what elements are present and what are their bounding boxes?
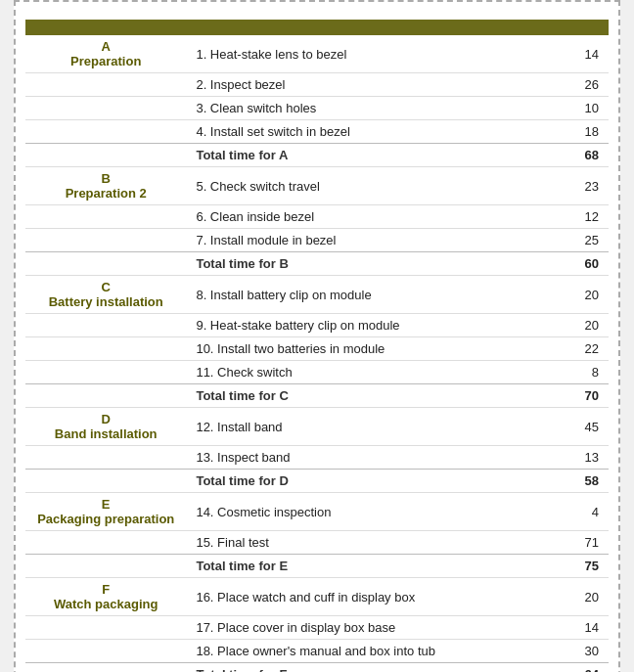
task-cell: 4. Install set switch in bezel bbox=[186, 120, 498, 144]
header-processing-time bbox=[498, 20, 609, 35]
table-row: FWatch packaging16. Place watch and cuff… bbox=[25, 578, 609, 616]
table-row: 10. Install two batteries in module22 bbox=[25, 337, 609, 361]
station-cell bbox=[25, 531, 186, 555]
table-row: 6. Clean inside bezel12 bbox=[25, 205, 609, 229]
time-cell: 8 bbox=[498, 361, 609, 384]
task-cell: 11. Check switch bbox=[186, 361, 498, 384]
station-cell: DBand installation bbox=[25, 408, 186, 446]
time-cell: 13 bbox=[498, 446, 609, 470]
time-cell: 20 bbox=[498, 276, 609, 314]
task-cell: 17. Place cover in display box base bbox=[186, 616, 498, 640]
station-name: Watch packaging bbox=[54, 597, 158, 611]
total-row: Total time for D58 bbox=[25, 470, 609, 493]
table-row: 11. Check switch8 bbox=[25, 361, 609, 384]
total-row: Total time for E75 bbox=[25, 555, 609, 578]
total-label: Total time for A bbox=[186, 144, 498, 167]
total-time: 70 bbox=[498, 384, 609, 408]
total-time: 64 bbox=[498, 663, 609, 673]
total-time: 60 bbox=[498, 252, 609, 276]
table-row: 17. Place cover in display box base14 bbox=[25, 616, 609, 640]
task-cell: 5. Check switch travel bbox=[186, 167, 498, 205]
station-cell: CBattery installation bbox=[25, 276, 186, 314]
task-cell: 9. Heat-stake battery clip on module bbox=[186, 314, 498, 337]
station-cell bbox=[25, 229, 186, 252]
task-cell: 3. Clean switch holes bbox=[186, 97, 498, 120]
table-row: 4. Install set switch in bezel18 bbox=[25, 120, 609, 144]
time-cell: 20 bbox=[498, 578, 609, 616]
station-cell: FWatch packaging bbox=[25, 578, 186, 616]
main-table: APreparation1. Heat-stake lens to bezel1… bbox=[25, 20, 609, 672]
station-cell bbox=[25, 446, 186, 470]
station-letter: B bbox=[102, 171, 111, 186]
task-cell: 7. Install module in bezel bbox=[186, 229, 498, 252]
total-row: Total time for B60 bbox=[25, 252, 609, 276]
station-letter: E bbox=[102, 497, 111, 512]
table-row: DBand installation12. Install band45 bbox=[25, 408, 609, 446]
table-row: 3. Clean switch holes10 bbox=[25, 97, 609, 120]
station-cell: EPackaging preparation bbox=[25, 493, 186, 531]
station-cell bbox=[25, 120, 186, 144]
task-cell: 16. Place watch and cuff in display box bbox=[186, 578, 498, 616]
task-cell: 12. Install band bbox=[186, 408, 498, 446]
total-label: Total time for F bbox=[186, 663, 498, 673]
table-row: CBattery installation8. Install battery … bbox=[25, 276, 609, 314]
task-cell: 18. Place owner's manual and box into tu… bbox=[186, 640, 498, 663]
station-cell bbox=[25, 73, 186, 97]
station-name: Battery installation bbox=[49, 294, 163, 309]
time-cell: 4 bbox=[498, 493, 609, 531]
table-row: 2. Inspect bezel26 bbox=[25, 73, 609, 97]
table-row: 15. Final test71 bbox=[25, 531, 609, 555]
total-time: 68 bbox=[498, 144, 609, 167]
station-total-empty bbox=[25, 144, 186, 167]
task-cell: 2. Inspect bezel bbox=[186, 73, 498, 97]
station-total-empty bbox=[25, 555, 186, 578]
time-cell: 26 bbox=[498, 73, 609, 97]
task-cell: 8. Install battery clip on module bbox=[186, 276, 498, 314]
station-letter: F bbox=[102, 582, 110, 597]
time-cell: 14 bbox=[498, 35, 609, 73]
task-cell: 6. Clean inside bezel bbox=[186, 205, 498, 229]
task-cell: 14. Cosmetic inspection bbox=[186, 493, 498, 531]
table-row: APreparation1. Heat-stake lens to bezel1… bbox=[25, 35, 609, 73]
time-cell: 30 bbox=[498, 640, 609, 663]
station-cell: APreparation bbox=[25, 35, 186, 73]
station-letter: D bbox=[102, 412, 111, 426]
task-cell: 1. Heat-stake lens to bezel bbox=[186, 35, 498, 73]
station-name: Band installation bbox=[55, 426, 158, 441]
table-row: EPackaging preparation14. Cosmetic inspe… bbox=[25, 493, 609, 531]
total-label: Total time for D bbox=[186, 470, 498, 493]
time-cell: 23 bbox=[498, 167, 609, 205]
station-letter: A bbox=[102, 39, 111, 54]
header-station bbox=[25, 20, 186, 35]
table-row: BPreparation 25. Check switch travel23 bbox=[25, 167, 609, 205]
time-cell: 10 bbox=[498, 97, 609, 120]
station-total-empty bbox=[25, 663, 186, 673]
time-cell: 25 bbox=[498, 229, 609, 252]
total-time: 75 bbox=[498, 555, 609, 578]
station-total-empty bbox=[25, 252, 186, 276]
table-row: 13. Inspect band13 bbox=[25, 446, 609, 470]
station-cell bbox=[25, 205, 186, 229]
total-time: 58 bbox=[498, 470, 609, 493]
time-cell: 14 bbox=[498, 616, 609, 640]
time-cell: 12 bbox=[498, 205, 609, 229]
time-cell: 18 bbox=[498, 120, 609, 144]
station-cell bbox=[25, 97, 186, 120]
station-cell bbox=[25, 361, 186, 384]
station-name: Packaging preparation bbox=[37, 512, 174, 526]
station-cell bbox=[25, 640, 186, 663]
station-name: Preparation bbox=[70, 54, 141, 68]
station-cell: BPreparation 2 bbox=[25, 167, 186, 205]
task-cell: 15. Final test bbox=[186, 531, 498, 555]
total-label: Total time for C bbox=[186, 384, 498, 408]
time-cell: 71 bbox=[498, 531, 609, 555]
total-label: Total time for B bbox=[186, 252, 498, 276]
station-cell bbox=[25, 314, 186, 337]
total-row: Total time for C70 bbox=[25, 384, 609, 408]
task-cell: 10. Install two batteries in module bbox=[186, 337, 498, 361]
time-cell: 22 bbox=[498, 337, 609, 361]
total-label: Total time for E bbox=[186, 555, 498, 578]
table-row: 7. Install module in bezel25 bbox=[25, 229, 609, 252]
station-name: Preparation 2 bbox=[66, 186, 147, 201]
table-row: 9. Heat-stake battery clip on module20 bbox=[25, 314, 609, 337]
